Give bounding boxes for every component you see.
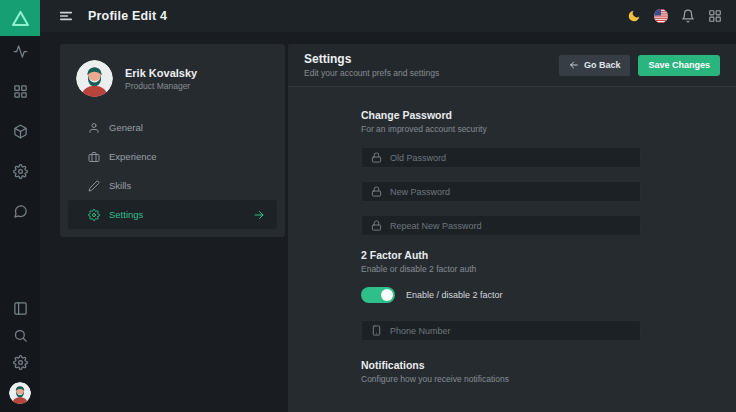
search-icon	[13, 328, 28, 343]
profile-summary: Erik Kovalsky Product Manager	[60, 44, 285, 111]
app-logo[interactable]	[0, 0, 40, 36]
go-back-label: Go Back	[584, 60, 621, 70]
lock-icon	[371, 186, 382, 197]
rail-activity-button[interactable]	[13, 44, 28, 59]
two-factor-title: 2 Factor Auth	[361, 249, 720, 261]
menu-icon	[58, 8, 74, 24]
theme-toggle-button[interactable]	[627, 9, 641, 23]
notifications-subtitle: Configure how you receive notifications	[361, 374, 720, 384]
settings-panel: Settings Edit your account prefs and set…	[288, 44, 736, 412]
gear-icon	[13, 355, 28, 370]
profile-name: Erik Kovalsky	[125, 67, 197, 79]
profile-nav-general[interactable]: General	[68, 113, 277, 142]
app-window: Profile Edit 4 Erik Kovalsky Product Man…	[0, 0, 736, 412]
apps-button[interactable]	[708, 9, 722, 23]
grid-icon	[13, 84, 28, 99]
rail-messages-button[interactable]	[13, 204, 28, 219]
language-button[interactable]	[654, 9, 668, 23]
profile-nav-settings[interactable]: Settings	[68, 200, 277, 229]
nav-label-skills: Skills	[109, 180, 265, 191]
save-changes-button[interactable]: Save Changes	[638, 55, 720, 76]
nav-label-settings: Settings	[109, 209, 244, 220]
apps-grid-icon	[708, 9, 722, 23]
bell-icon	[681, 9, 695, 23]
profile-identity: Erik Kovalsky Product Manager	[125, 67, 197, 91]
user-icon	[88, 122, 100, 134]
profile-nav: General Experience Skills Settings	[60, 113, 285, 229]
settings-title: Settings	[304, 52, 439, 66]
phone-number-input[interactable]	[390, 326, 631, 336]
old-password-field[interactable]	[361, 147, 641, 168]
sidebar-rail	[0, 0, 40, 412]
topbar: Profile Edit 4	[40, 0, 736, 32]
two-factor-toggle-row: Enable / disable 2 factor	[361, 287, 720, 303]
phone-number-field[interactable]	[361, 320, 641, 341]
nav-label-general: General	[109, 122, 265, 133]
notifications-title: Notifications	[361, 359, 720, 371]
main-column: Profile Edit 4 Erik Kovalsky Product Man…	[40, 0, 736, 412]
new-password-input[interactable]	[390, 187, 631, 197]
package-icon	[13, 124, 28, 139]
chat-icon	[13, 204, 28, 219]
rail-preferences-button[interactable]	[13, 355, 28, 370]
arrow-left-icon	[569, 60, 579, 70]
profile-nav-experience[interactable]: Experience	[68, 142, 277, 171]
lock-icon	[371, 152, 382, 163]
triangle-logo-icon	[10, 8, 31, 29]
rail-dashboard-button[interactable]	[13, 84, 28, 99]
rail-primary-nav	[13, 36, 28, 219]
new-password-field[interactable]	[361, 181, 641, 202]
repeat-password-input[interactable]	[390, 221, 631, 231]
pen-icon	[88, 180, 100, 192]
profile-nav-skills[interactable]: Skills	[68, 171, 277, 200]
briefcase-icon	[88, 151, 100, 163]
settings-header-text: Settings Edit your account prefs and set…	[304, 52, 439, 78]
rail-products-button[interactable]	[13, 124, 28, 139]
profile-role: Product Manager	[125, 81, 197, 91]
two-factor-subtitle: Enable or disable 2 factor auth	[361, 264, 720, 274]
two-factor-toggle[interactable]	[361, 287, 395, 303]
profile-avatar	[76, 60, 113, 97]
rail-search-button[interactable]	[13, 328, 28, 343]
gear-icon	[13, 164, 28, 179]
layout-sidebar-icon	[13, 301, 28, 316]
menu-toggle-button[interactable]	[58, 8, 74, 24]
activity-icon	[13, 44, 28, 59]
moon-icon	[627, 9, 641, 23]
smartphone-icon	[371, 325, 382, 336]
go-back-button[interactable]: Go Back	[559, 55, 631, 76]
topbar-actions	[627, 9, 722, 23]
two-factor-toggle-label: Enable / disable 2 factor	[406, 290, 503, 300]
content-area: Erik Kovalsky Product Manager General Ex…	[40, 32, 736, 412]
rail-secondary-nav	[9, 301, 31, 412]
notifications-button[interactable]	[681, 9, 695, 23]
settings-header-actions: Go Back Save Changes	[559, 55, 720, 76]
rail-settings-button[interactable]	[13, 164, 28, 179]
nav-label-experience: Experience	[109, 151, 265, 162]
rail-layout-toggle-button[interactable]	[13, 301, 28, 316]
rail-user-avatar[interactable]	[9, 382, 31, 404]
arrow-right-icon	[253, 209, 265, 221]
change-password-subtitle: For an improved account security	[361, 124, 720, 134]
settings-header: Settings Edit your account prefs and set…	[288, 44, 736, 87]
settings-subtitle: Edit your account prefs and settings	[304, 68, 439, 78]
page-title: Profile Edit 4	[88, 9, 167, 23]
user-avatar-image	[9, 382, 31, 404]
gear-icon	[88, 209, 100, 221]
change-password-title: Change Password	[361, 109, 720, 121]
profile-card: Erik Kovalsky Product Manager General Ex…	[60, 44, 285, 237]
us-flag-icon	[654, 9, 668, 23]
lock-icon	[371, 220, 382, 231]
settings-body: Change Password For an improved account …	[288, 87, 736, 412]
repeat-password-field[interactable]	[361, 215, 641, 236]
old-password-input[interactable]	[390, 153, 631, 163]
